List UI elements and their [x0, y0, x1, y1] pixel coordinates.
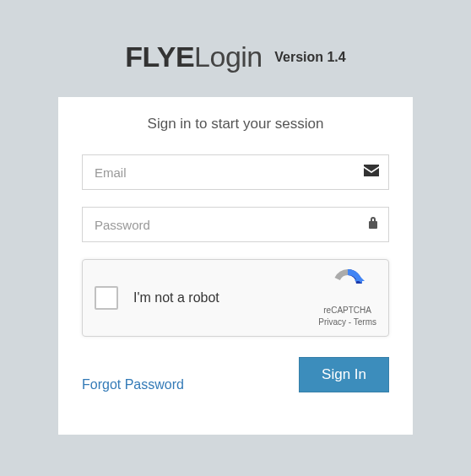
- email-field[interactable]: [82, 154, 389, 190]
- brand-bold: FLYE: [125, 41, 194, 73]
- version-label: Version 1.4: [274, 50, 346, 64]
- recaptcha-icon: [331, 268, 365, 300]
- recaptcha-terms-link[interactable]: Terms: [354, 317, 376, 327]
- login-subtitle: Sign in to start your session: [82, 116, 389, 133]
- password-group: [82, 207, 389, 242]
- recaptcha-name: reCAPTCHA: [318, 305, 376, 316]
- lock-icon: [367, 216, 379, 233]
- recaptcha-widget: I'm not a robot reCAPTCHA Privacy - Term…: [82, 259, 389, 337]
- email-group: [82, 154, 389, 190]
- recaptcha-label: I'm not a robot: [133, 290, 318, 306]
- page-header: FLYELogin Version 1.4: [0, 0, 471, 97]
- envelope-icon: [364, 165, 379, 180]
- brand-title: FLYELogin: [125, 41, 262, 73]
- brand-light: Login: [194, 41, 263, 73]
- forgot-password-link[interactable]: Forgot Password: [82, 377, 184, 392]
- recaptcha-checkbox[interactable]: [95, 286, 118, 310]
- signin-button[interactable]: Sign In: [299, 357, 389, 392]
- recaptcha-privacy-link[interactable]: Privacy: [318, 317, 346, 327]
- login-footer: Forgot Password Sign In: [82, 362, 389, 392]
- recaptcha-branding: reCAPTCHA Privacy - Terms: [318, 268, 376, 328]
- login-panel: Sign in to start your session I'm not a …: [58, 97, 413, 435]
- password-field[interactable]: [82, 207, 389, 242]
